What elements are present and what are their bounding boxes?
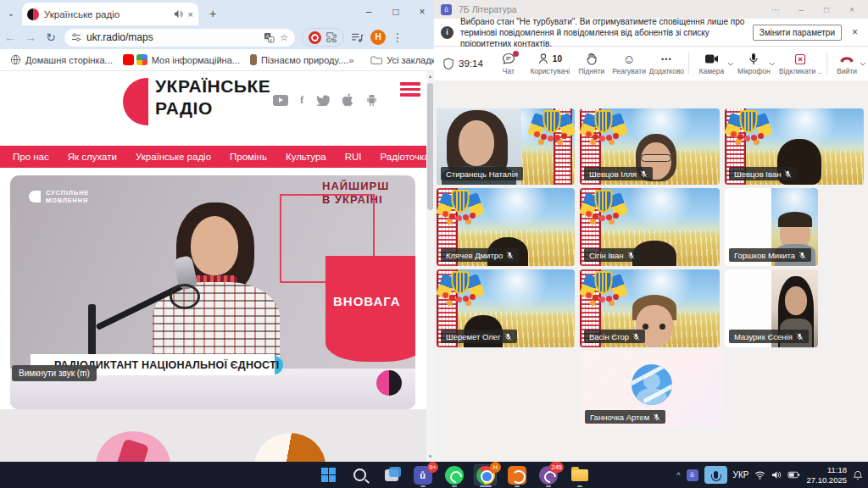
- scroll-down-icon[interactable]: ▼: [426, 452, 434, 462]
- more-options-button[interactable]: ••• Додатково: [648, 53, 685, 75]
- site-logo-line2[interactable]: РАДІО: [155, 98, 213, 119]
- bookmark-label: Моя інформаційна...: [152, 55, 240, 65]
- nav-item[interactable]: Про нас: [13, 152, 49, 162]
- start-button[interactable]: [317, 464, 340, 485]
- participant-tile[interactable]: Шевцов Іван: [725, 108, 864, 185]
- url-text[interactable]: ukr.radio/maps: [86, 31, 259, 43]
- tab-close-icon[interactable]: ×: [188, 9, 193, 19]
- nav-item[interactable]: RUI: [345, 152, 362, 162]
- android-icon[interactable]: [365, 93, 378, 107]
- bookmark-label: Домашня сторінка...: [25, 55, 113, 65]
- participant-tile[interactable]: Шеремет Олег: [437, 269, 575, 347]
- taskbar-chrome-icon[interactable]: H: [474, 464, 497, 485]
- participant-tile[interactable]: Сігін Іван: [580, 188, 720, 266]
- red-extension-icon[interactable]: [309, 31, 321, 44]
- window-minimize-button[interactable]: –: [359, 3, 378, 20]
- teams-maximize-button[interactable]: □: [817, 5, 836, 14]
- tray-teams-icon[interactable]: ů: [687, 469, 698, 481]
- page-scrollbar[interactable]: ▲ ▼: [426, 71, 434, 462]
- taskbar-teams-icon[interactable]: ů9+: [411, 464, 434, 485]
- site-menu-icon[interactable]: [400, 82, 420, 97]
- ukrainian-radio-logo-icon[interactable]: [123, 78, 148, 125]
- extensions-puzzle-icon[interactable]: [326, 31, 337, 43]
- banner-close-icon[interactable]: ×: [849, 26, 861, 38]
- microphone-button[interactable]: Мікрофон: [735, 53, 772, 75]
- address-bar[interactable]: ukr.radio/maps Aа ☆: [64, 29, 295, 47]
- profile-avatar[interactable]: H: [370, 30, 386, 45]
- nav-item[interactable]: Українське радіо: [136, 152, 211, 162]
- bookmark-item[interactable]: Пізнаємо природу....: [250, 54, 348, 65]
- participant-tile[interactable]: Васін Єгор: [580, 269, 720, 347]
- twitter-icon[interactable]: [315, 95, 330, 106]
- podcast-thumb-orange[interactable]: [254, 433, 326, 462]
- youtube-icon[interactable]: [273, 95, 288, 106]
- facebook-icon[interactable]: f: [300, 93, 303, 107]
- back-icon[interactable]: ←: [0, 30, 20, 44]
- participant-tile[interactable]: Мазурик Єсенія: [725, 269, 818, 347]
- raise-hand-button[interactable]: Підняти: [573, 53, 610, 75]
- volume-icon[interactable]: [771, 470, 782, 480]
- language-indicator[interactable]: УКР: [733, 470, 749, 480]
- tray-mic-button[interactable]: [704, 466, 727, 484]
- browser-tab[interactable]: Українське радіо ×: [22, 3, 198, 25]
- tab-search-chevron-icon[interactable]: ⌄: [3, 6, 19, 21]
- apple-icon[interactable]: [342, 93, 353, 107]
- browser-menu-icon[interactable]: ⋮: [387, 30, 408, 44]
- mic-shockmount: [170, 284, 200, 309]
- search-button[interactable]: [348, 464, 371, 485]
- bookmarks-overflow-icon[interactable]: »: [348, 55, 353, 65]
- bookmark-item[interactable]: Домашня сторінка...: [10, 54, 113, 65]
- tab-audio-icon[interactable]: [174, 9, 183, 19]
- teams-close-button[interactable]: ×: [843, 5, 861, 14]
- translate-icon[interactable]: Aа: [264, 32, 275, 43]
- nature-favicon-icon: [250, 54, 257, 65]
- video-player[interactable]: НАЙШИРШ В УКРАЇНІ ВНОВАГА СУСПІЛЬНЕМОВЛЕ…: [10, 175, 415, 409]
- nav-item[interactable]: Як слухати: [68, 152, 117, 162]
- participant-tile[interactable]: Горшков Микита: [725, 188, 818, 266]
- notification-bell-icon[interactable]: [853, 470, 863, 480]
- people-button[interactable]: 10 Користувачі: [527, 53, 573, 75]
- task-view-button[interactable]: [380, 464, 403, 485]
- participant-tile[interactable]: Ганночка Артем: [581, 351, 722, 428]
- participant-name: Мазурик Єсенія: [729, 330, 809, 343]
- battery-icon[interactable]: [787, 471, 800, 479]
- teams-more-icon[interactable]: ⋯: [766, 5, 785, 14]
- bookmark-item[interactable]: Моя інформаційна...: [123, 54, 240, 65]
- taskbar-whatsapp-icon[interactable]: [442, 464, 465, 485]
- taskbar-viber-icon[interactable]: 245: [537, 464, 559, 485]
- scroll-up-icon[interactable]: ▲: [426, 71, 434, 81]
- media-controls-icon[interactable]: [351, 32, 364, 43]
- reload-icon[interactable]: ↻: [41, 30, 61, 44]
- camera-button[interactable]: Камера: [693, 53, 730, 75]
- nav-item[interactable]: Радіоточка: [381, 152, 426, 162]
- teams-minimize-button[interactable]: –: [792, 5, 810, 14]
- new-tab-button[interactable]: +: [205, 7, 220, 22]
- scrollbar-thumb[interactable]: [427, 83, 433, 210]
- info-icon: i: [441, 26, 453, 39]
- bookmark-star-icon[interactable]: ☆: [280, 32, 288, 43]
- window-close-button[interactable]: ×: [413, 3, 431, 20]
- wifi-icon[interactable]: [754, 471, 765, 480]
- site-logo-line1[interactable]: УКРАЇНСЬКЕ: [155, 76, 270, 97]
- chat-button[interactable]: Чат: [490, 53, 527, 75]
- forward-icon[interactable]: →: [20, 30, 41, 44]
- site-favicon-icon: [27, 8, 39, 20]
- clock[interactable]: 11:18 27.10.2025: [806, 465, 847, 485]
- react-button[interactable]: ☺ Реагувати: [610, 53, 648, 75]
- suspilne-logo-icon: [29, 191, 41, 202]
- window-maximize-button[interactable]: □: [387, 3, 405, 20]
- tray-chevron-icon[interactable]: ^: [676, 471, 680, 480]
- participant-tile[interactable]: Стиранець Наталія: [437, 108, 575, 185]
- all-bookmarks-button[interactable]: Усі закладки: [370, 55, 434, 65]
- participant-avatar: [632, 364, 672, 405]
- taskbar-orange-app-icon[interactable]: [505, 464, 528, 485]
- participant-tile[interactable]: Шевцов Ілля: [580, 108, 720, 185]
- site-settings-icon[interactable]: [71, 32, 81, 42]
- taskbar-explorer-icon[interactable]: [568, 464, 591, 485]
- leave-button[interactable]: Вийти: [831, 53, 863, 75]
- participant-tile[interactable]: Клячев Дмитро: [437, 188, 575, 266]
- recall-button[interactable]: Відкликати ...: [777, 53, 823, 75]
- change-settings-button[interactable]: Змінити параметри: [753, 25, 842, 41]
- nav-item[interactable]: Культура: [286, 152, 326, 162]
- nav-item[interactable]: Промінь: [230, 152, 267, 162]
